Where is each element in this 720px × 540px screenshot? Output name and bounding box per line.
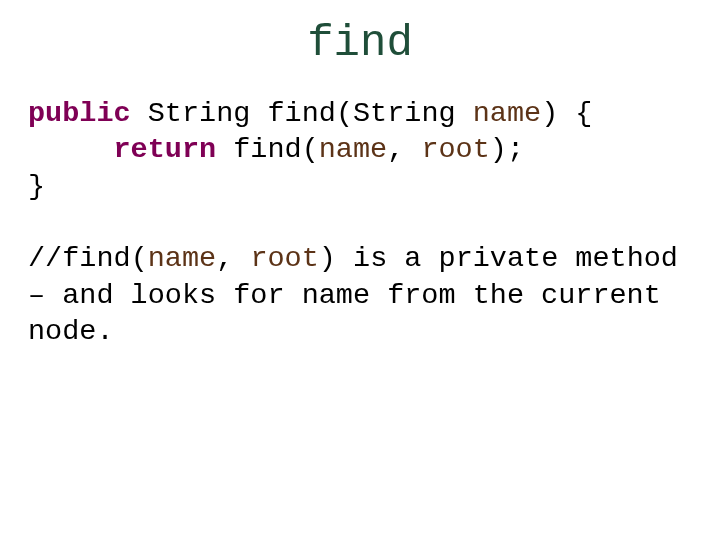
keyword-public: public: [28, 97, 131, 130]
slide: find public String find(String name) { r…: [0, 0, 720, 540]
type-string: String: [353, 97, 456, 130]
comment-lparen: (: [131, 242, 148, 275]
rparen-semi: );: [490, 133, 524, 166]
comment-rparen: ): [319, 242, 336, 275]
comma: ,: [387, 133, 421, 166]
comment-param-name: name: [148, 242, 216, 275]
lparen: (: [302, 133, 319, 166]
slide-title: find: [28, 18, 692, 68]
comment-param-root: root: [250, 242, 318, 275]
close-brace: }: [28, 170, 45, 203]
comment-comma: ,: [216, 242, 250, 275]
comment-slashes: //: [28, 242, 62, 275]
comment-fn: find: [62, 242, 130, 275]
arg-name: name: [319, 133, 387, 166]
code-block: public String find(String name) { return…: [28, 96, 692, 205]
comment-block: //find(name, root) is a private method –…: [28, 241, 692, 350]
lparen: (: [336, 97, 353, 130]
param-name: name: [473, 97, 541, 130]
arg-root: root: [421, 133, 489, 166]
call-find: find: [233, 133, 301, 166]
method-name: find: [267, 97, 335, 130]
type-string: String: [148, 97, 251, 130]
keyword-return: return: [114, 133, 217, 166]
rparen-brace: ) {: [541, 97, 592, 130]
